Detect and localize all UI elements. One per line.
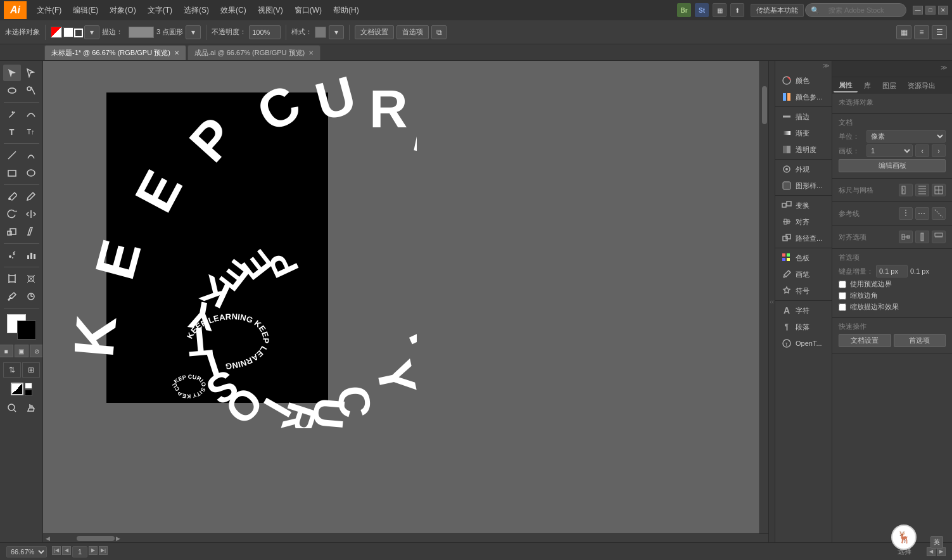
fill-stroke-indicator[interactable] xyxy=(11,383,23,395)
paragraph-panel-row[interactable]: ¶ 段落 xyxy=(775,319,832,335)
brushes-panel-row[interactable]: 画笔 xyxy=(775,266,832,283)
quick-preferences-btn[interactable]: 首选项 xyxy=(894,334,946,347)
opacity-input[interactable] xyxy=(249,25,281,39)
symbol-spray-tool[interactable] xyxy=(3,247,21,264)
transparency-panel-row[interactable]: 透明度 xyxy=(775,141,832,158)
fill-indicator-small[interactable] xyxy=(25,383,32,389)
tab-chengpin[interactable]: 成品.ai @ 66.67% (RGB/GPU 预览) ✕ xyxy=(187,45,321,60)
language-btn[interactable]: 英 xyxy=(930,536,943,549)
ellipse-tool[interactable] xyxy=(22,165,40,181)
tab-untitled-close[interactable]: ✕ xyxy=(174,49,179,56)
brush-options-btn[interactable]: ▾ xyxy=(186,25,201,39)
first-artboard-btn[interactable]: |◀ xyxy=(52,546,61,555)
appearance-panel-row[interactable]: 外观 xyxy=(775,161,832,177)
style-options-btn[interactable]: ▾ xyxy=(329,25,344,39)
bridge-icon[interactable]: Br xyxy=(677,3,691,17)
cloud-icon[interactable]: ⬆ xyxy=(730,3,744,17)
next-artboard-btn[interactable]: ▶ xyxy=(89,546,98,555)
artboard-tool[interactable] xyxy=(3,270,21,287)
shear-tool[interactable] xyxy=(22,224,40,240)
unit-select[interactable]: 像素 xyxy=(866,130,946,143)
graphic-styles-panel-row[interactable]: 图形样... xyxy=(775,177,832,194)
zoom-tool-btn[interactable] xyxy=(3,400,21,416)
select-tool[interactable] xyxy=(3,65,21,81)
panel-collapse-bar[interactable]: ‹‹ xyxy=(768,61,775,542)
menu-view[interactable]: 视图(V) xyxy=(253,3,288,18)
symbols-panel-row[interactable]: 符号 xyxy=(775,283,832,299)
h-scroll-right-btn[interactable]: ▶ xyxy=(116,535,120,542)
search-input[interactable] xyxy=(822,5,898,15)
gradient-panel-row[interactable]: 渐变 xyxy=(775,125,832,141)
swatches-panel-row[interactable]: 色板 xyxy=(775,250,832,266)
scale-stroke-effects-checkbox[interactable] xyxy=(839,303,846,311)
tab-properties[interactable]: 属性 xyxy=(834,79,858,92)
stroke-color-indicator[interactable] xyxy=(51,27,62,38)
curvature-tool[interactable] xyxy=(22,106,40,122)
menu-type[interactable]: 文字(T) xyxy=(143,3,177,18)
pathfinder-panel-row[interactable]: 路径查... xyxy=(775,230,832,246)
color-mode-btn[interactable]: ■ xyxy=(0,345,13,357)
guide-btn1[interactable] xyxy=(899,207,913,220)
doc-settings-btn[interactable]: 文档设置 xyxy=(355,25,394,39)
last-artboard-btn[interactable]: ▶| xyxy=(99,546,108,555)
magic-wand-tool[interactable] xyxy=(22,82,40,99)
pencil-tool[interactable] xyxy=(22,188,40,205)
rotate-tool[interactable] xyxy=(3,206,21,222)
fill-stroke-swap-btn[interactable]: ⇅ xyxy=(3,362,21,378)
collapse-icon[interactable]: ≫ xyxy=(823,62,829,72)
menu-object[interactable]: 对象(O) xyxy=(105,3,141,18)
arrange-icon-btn[interactable]: ⧉ xyxy=(431,25,447,39)
align-panel-row[interactable]: 对齐 xyxy=(775,213,832,230)
properties-collapse-icon[interactable]: ≫ xyxy=(941,64,947,74)
slice-tool[interactable] xyxy=(22,270,40,287)
scale-corners-checkbox[interactable] xyxy=(839,292,846,300)
tab-library[interactable]: 库 xyxy=(859,80,876,92)
tab-untitled[interactable]: 未标题-1* @ 66.67% (RGB/GPU 预览) ✕ xyxy=(44,45,186,60)
stroke-indicator[interactable] xyxy=(74,29,83,37)
prev-artboard-btn[interactable]: ◀ xyxy=(62,546,71,555)
ruler-btn1[interactable] xyxy=(899,184,913,196)
gradient-mode-btn[interactable]: ▣ xyxy=(15,345,29,357)
direct-select-tool[interactable] xyxy=(22,65,40,81)
workspace-mode[interactable]: 传统基本功能 xyxy=(751,4,804,17)
stock-icon[interactable]: St xyxy=(695,3,709,17)
lasso-tool[interactable] xyxy=(3,82,21,99)
menu-select[interactable]: 选择(S) xyxy=(179,3,214,18)
menu-window[interactable]: 窗口(W) xyxy=(289,3,327,18)
opentype-panel-row[interactable]: T OpenT... xyxy=(775,335,832,352)
panel-toggle-btn2[interactable]: ≡ xyxy=(914,25,929,39)
use-preview-bounds-checkbox[interactable] xyxy=(839,281,846,288)
scale-tool[interactable] xyxy=(3,224,21,240)
workspace-switcher[interactable]: ▦ xyxy=(713,3,727,17)
canvas-area[interactable]: K E E P C U R xyxy=(43,61,768,542)
horizontal-scrollbar[interactable]: ◀ ▶ xyxy=(43,533,768,542)
close-button[interactable]: ✕ xyxy=(938,6,948,15)
guide-btn2[interactable] xyxy=(915,207,929,220)
artboard-input[interactable] xyxy=(72,546,87,557)
artboard[interactable]: K E E P C U R xyxy=(106,92,328,403)
tab-chengpin-close[interactable]: ✕ xyxy=(308,49,314,56)
canvas-prev-btn[interactable]: ‹ xyxy=(915,144,929,157)
pen-tool[interactable] xyxy=(3,106,21,122)
stroke-indicator-small[interactable] xyxy=(25,390,32,396)
zoom-select[interactable]: 66.67% xyxy=(6,546,47,557)
menu-help[interactable]: 帮助(H) xyxy=(328,3,364,18)
h-scroll-left-btn[interactable]: ◀ xyxy=(46,535,50,542)
character-panel-row[interactable]: A 字符 xyxy=(775,302,832,319)
canvas-next-btn[interactable]: › xyxy=(932,144,946,157)
screen-mode-btn[interactable]: ⊞ xyxy=(22,362,40,378)
eyedropper-tool[interactable] xyxy=(3,288,21,305)
reflect-tool[interactable] xyxy=(22,206,40,222)
tab-asset-export[interactable]: 资源导出 xyxy=(903,80,941,92)
hand-tool-btn[interactable] xyxy=(22,400,40,416)
type-tool[interactable]: T xyxy=(3,124,21,140)
quick-doc-settings-btn[interactable]: 文档设置 xyxy=(839,334,891,347)
preferences-btn[interactable]: 首选项 xyxy=(397,25,429,39)
keyboard-increment-input[interactable] xyxy=(876,265,908,277)
ruler-btn3[interactable] xyxy=(932,184,946,196)
none-mode-btn[interactable]: ⊘ xyxy=(30,345,44,357)
fill-indicator[interactable] xyxy=(63,27,73,37)
align-btn2[interactable] xyxy=(915,231,929,243)
align-btn1[interactable] xyxy=(899,231,913,243)
line-tool[interactable] xyxy=(3,147,21,163)
